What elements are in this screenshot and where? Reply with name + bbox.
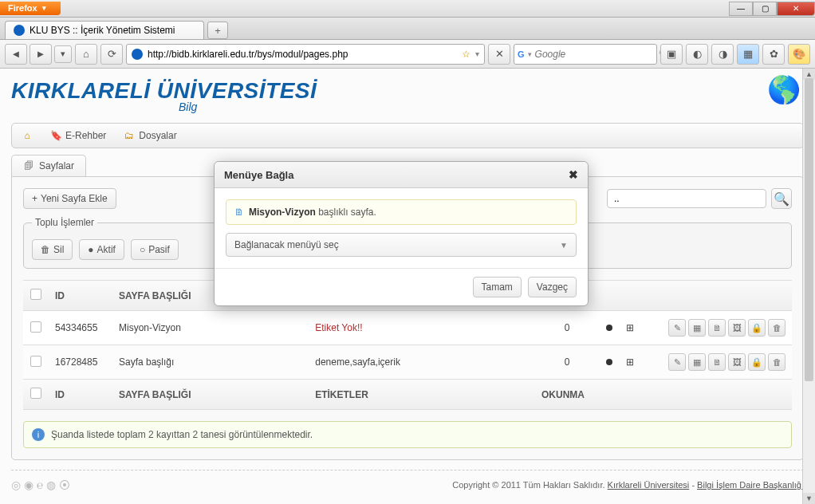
bulk-active-label: Aktif [97,244,116,255]
cell-id: 54334655 [49,311,112,345]
folder-icon: 🗂 [124,130,135,141]
modal-ok-button[interactable]: Tamam [473,277,522,297]
new-page-label: Yeni Sayfa Ekle [41,193,108,204]
modal-cancel-label: Vazgeç [537,282,568,293]
row-action-button[interactable]: 🗑 [768,353,785,371]
nav-back-button[interactable]: ◄ [5,44,27,65]
row-checkbox[interactable] [30,321,41,333]
addon-button-4[interactable]: ▦ [737,44,759,65]
row-action-button[interactable]: ✎ [668,353,686,371]
firefox-label: Firefox [8,3,37,13]
urlbar-favicon-icon [132,49,143,60]
url-input[interactable] [148,49,457,60]
page-icon: 🗎 [234,207,244,218]
bookmark-icon: 🔖 [50,130,61,141]
select-all-checkbox[interactable] [30,289,41,300]
modal-header[interactable]: Menüye Bağla ✖ [215,162,588,188]
row-actions: ✎▦🗎🖼🔒🗑 [647,319,785,337]
tab-favicon-icon [14,25,25,36]
nav-home[interactable]: ⌂ [18,128,36,143]
bulk-legend: Toplu İşlemler [32,217,97,228]
modal-note-page: Misyon-Vizyon [249,207,316,218]
stop-button[interactable]: ✕ [488,44,510,65]
bulk-active-button[interactable]: ● Aktif [79,239,124,260]
row-action-button[interactable]: ▦ [688,319,706,337]
row-action-button[interactable]: 🗎 [708,353,726,371]
footer-link-1[interactable]: Kırklareli Üniversitesi [608,480,690,490]
modal-title: Menüye Bağla [224,169,293,181]
bulk-delete-button[interactable]: 🗑 Sil [32,239,73,260]
window-close[interactable]: ✕ [777,2,815,16]
window-controls: — ▢ ✕ [729,2,815,16]
url-bar[interactable]: ☆ ▾ [126,44,485,65]
scroll-down-icon[interactable]: ▼ [803,493,815,504]
row-checkbox[interactable] [30,356,41,367]
window-maximize[interactable]: ▢ [753,2,777,16]
google-icon: G [518,49,525,60]
cell-title: Misyon-Vizyon [112,311,309,345]
modal-note-text: Misyon-Vizyon başlıklı sayfa. [249,207,376,218]
tab-sayfalar[interactable]: 🗐 Sayfalar [11,155,86,176]
footer-text: Copyright © 2011 Tüm Hakları Saklıdır. K… [452,480,804,490]
nav-dosyalar[interactable]: 🗂 Dosyalar [120,128,179,143]
modal-cancel-button[interactable]: Vazgeç [528,277,577,297]
firefox-menu-button[interactable]: Firefox [0,2,61,15]
info-banner: i Şuanda listede toplam 2 kayıttan 2 tan… [23,421,792,448]
new-tab-button[interactable]: + [207,22,228,39]
nav-history-dropdown[interactable]: ▾ [54,45,72,63]
plus-icon: + [32,193,37,204]
row-grid-button[interactable]: ⊞ [626,322,634,333]
new-page-button[interactable]: + Yeni Sayfa Ekle [23,188,116,209]
nav-forward-button[interactable]: ► [30,44,52,65]
modal-select-value: Bağlanacak menüyü seç [234,239,339,250]
col-id[interactable]: ID [49,280,112,311]
nav-erehber[interactable]: 🔖 E-Rehber [47,128,109,143]
window-titlebar: Firefox — ▢ ✕ [0,0,815,18]
info-icon: i [32,428,45,441]
row-action-button[interactable]: 🖼 [728,319,746,337]
bookmark-star-icon[interactable]: ☆ [462,49,470,60]
row-action-button[interactable]: 🔒 [748,353,766,371]
select-all-checkbox-footer[interactable] [30,388,41,399]
urlbar-dropdown-icon[interactable]: ▾ [475,49,479,58]
row-action-button[interactable]: 🔒 [748,319,766,337]
addon-button-2[interactable]: ◐ [686,44,708,65]
table-search-button[interactable]: 🔍 [771,188,792,209]
addon-button-6[interactable]: 🎨 [788,44,810,65]
badge-icon: ◉ [24,478,33,491]
home-button[interactable]: ⌂ [75,44,97,65]
scrollbar-thumb[interactable] [805,78,813,381]
cell-tags: deneme,sayfa,içerik [309,345,535,380]
circle-icon: ○ [140,244,145,255]
row-action-button[interactable]: 🖼 [728,353,746,371]
window-minimize[interactable]: — [729,2,753,16]
footer-link-2[interactable]: Bilgi İşlem Daire Başkanlığı [697,480,804,490]
browser-tabstrip: KLU BYS :: İçerik Yönetim Sistemi + [0,18,815,40]
reload-button[interactable]: ⟳ [100,44,123,65]
chevron-down-icon: ▼ [560,241,568,250]
modal-close-button[interactable]: ✖ [569,168,578,181]
search-engine-dropdown-icon[interactable]: ▾ [528,50,532,58]
row-action-button[interactable]: ✎ [668,319,686,337]
addon-button-3[interactable]: ◑ [711,44,734,65]
table-search-input[interactable] [607,189,766,208]
addon-button-1[interactable]: ▣ [660,44,683,65]
cell-id: 16728485 [49,345,112,380]
row-action-button[interactable]: 🗎 [708,319,726,337]
tab-sayfalar-label: Sayfalar [39,160,74,171]
bulk-delete-label: Sil [53,244,64,255]
browser-tab-active[interactable]: KLU BYS :: İçerik Yönetim Sistemi [5,21,204,39]
row-action-button[interactable]: 🗑 [768,319,785,337]
browser-search-input[interactable] [535,49,656,60]
bulk-passive-label: Pasif [148,244,170,255]
table-search: 🔍 [607,188,792,209]
footer-badges: ◎ ◉ ℮ ◍ ⦿ [11,478,70,491]
bulk-passive-button[interactable]: ○ Pasif [131,239,179,260]
addon-button-5[interactable]: ✿ [762,44,785,65]
vertical-scrollbar[interactable]: ▲ ▼ [802,69,815,504]
row-grid-button[interactable]: ⊞ [626,356,634,368]
row-action-button[interactable]: ▦ [688,353,706,371]
browser-search-bar[interactable]: G ▾ 🔍 [514,44,657,65]
modal-footer: Tamam Vazgeç [215,268,588,305]
modal-menu-select[interactable]: Bağlanacak menüyü seç ▼ [226,233,577,257]
